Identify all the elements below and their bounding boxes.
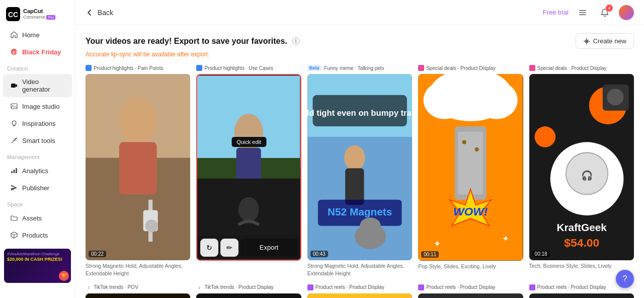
section-creation: Creation bbox=[0, 60, 75, 73]
svg-point-42 bbox=[462, 140, 466, 144]
avatar[interactable] bbox=[619, 5, 634, 20]
section-space: Space bbox=[0, 196, 75, 209]
svg-text:✦: ✦ bbox=[502, 234, 509, 244]
create-new-label: Create new bbox=[593, 37, 626, 45]
video-thumb-7[interactable]: KraftGeek bbox=[196, 293, 301, 298]
menu-icon-button[interactable] bbox=[575, 5, 591, 21]
tag-color-8 bbox=[307, 284, 313, 290]
sidebar-banner[interactable]: #ViraAdsMarathon Challenge $20,000 IN CA… bbox=[4, 249, 71, 283]
thumb-image-3: hold tight even on bumpy trails. N52 Mag… bbox=[307, 74, 412, 260]
svg-rect-61 bbox=[197, 293, 301, 298]
box-icon bbox=[10, 231, 18, 239]
tag-color-5 bbox=[529, 65, 535, 71]
notification-button[interactable]: 4 bbox=[597, 5, 613, 21]
svg-rect-16 bbox=[119, 142, 157, 194]
logo-sub: Commerce Pro bbox=[23, 15, 55, 20]
sidebar-item-video-generator[interactable]: Video generator bbox=[3, 74, 72, 97]
refresh-button[interactable]: ↻ bbox=[200, 239, 218, 257]
video-thumb-1[interactable]: 00:22 bbox=[86, 74, 190, 260]
sparkle-icon bbox=[583, 38, 590, 45]
video-card-10: Product reels · Product Display bbox=[529, 284, 634, 298]
sidebar-item-black-friday-label: Black Friday bbox=[22, 48, 61, 56]
video-thumb-4[interactable]: WOW! ✦ ✦ 00:11 bbox=[418, 74, 523, 261]
video-thumb-5[interactable]: 🎧 KraftGeek $54.00 00:18 bbox=[529, 74, 634, 260]
card-action-bar: ↻ ✏ Export bbox=[197, 236, 300, 260]
sidebar-item-publisher[interactable]: Publisher bbox=[3, 180, 72, 196]
create-new-button[interactable]: Create new bbox=[576, 33, 634, 49]
video-thumb-9[interactable] bbox=[418, 293, 523, 298]
tag-color-9 bbox=[418, 284, 424, 290]
svg-text:CC: CC bbox=[8, 11, 18, 19]
notification-badge: 4 bbox=[606, 5, 613, 12]
sidebar-item-analytics[interactable]: Analytics bbox=[3, 163, 72, 179]
menu-icon bbox=[578, 8, 587, 17]
video-card-1: Product highlights · Pain Points bbox=[86, 65, 190, 277]
sidebar-item-products[interactable]: Products bbox=[3, 227, 72, 243]
page-content: Your videos are ready! Export to save yo… bbox=[75, 25, 644, 298]
svg-rect-5 bbox=[11, 104, 17, 109]
video-grid-row1: Product highlights · Pain Points bbox=[86, 65, 634, 277]
svg-text:🏷: 🏷 bbox=[13, 50, 17, 55]
help-button[interactable]: ? bbox=[616, 270, 634, 288]
tag-color-1 bbox=[86, 65, 92, 71]
svg-point-38 bbox=[424, 82, 465, 119]
video-label-4: Pop Style, Slides, Exciting, Lively bbox=[418, 263, 523, 270]
logo-text: CapCut bbox=[23, 8, 55, 15]
page-title: Your videos are ready! Export to save yo… bbox=[86, 37, 300, 46]
svg-rect-8 bbox=[14, 170, 15, 173]
main-content: Back Free trial 4 bbox=[75, 0, 644, 298]
sidebar-item-assets-label: Assets bbox=[22, 214, 42, 222]
sidebar-item-assets[interactable]: Assets bbox=[3, 210, 72, 226]
sidebar: CC CapCut Commerce Pro Home 🏷 Black Frid… bbox=[0, 0, 75, 298]
svg-text:KraftGeek: KraftGeek bbox=[556, 221, 607, 233]
svg-rect-12 bbox=[579, 14, 586, 15]
svg-rect-9 bbox=[16, 168, 17, 173]
header-actions: Free trial 4 bbox=[543, 5, 634, 21]
video-tag-2: Product highlights · Use Cases bbox=[196, 65, 301, 71]
thumb-image-7: KraftGeek bbox=[196, 293, 301, 298]
svg-rect-11 bbox=[579, 12, 586, 13]
video-tag-8: Product reels · Product Display bbox=[307, 284, 412, 290]
svg-rect-7 bbox=[11, 171, 13, 173]
home-icon bbox=[10, 31, 18, 39]
video-thumb-10[interactable] bbox=[529, 293, 634, 298]
sidebar-item-products-label: Products bbox=[22, 232, 48, 239]
sidebar-item-home[interactable]: Home bbox=[3, 27, 72, 43]
svg-point-55 bbox=[607, 89, 623, 105]
quick-edit-tooltip: Quick edit bbox=[231, 137, 266, 147]
sidebar-item-inspirations-label: Inspirations bbox=[22, 120, 55, 127]
chart-icon bbox=[10, 167, 18, 175]
info-icon[interactable]: ℹ bbox=[292, 37, 300, 45]
section-management: Management bbox=[0, 149, 75, 162]
edit-button[interactable]: ✏ bbox=[220, 239, 238, 257]
export-button[interactable]: Export bbox=[240, 239, 297, 257]
page-subtitle: Accurate lip-sync will be available afte… bbox=[86, 51, 634, 58]
svg-point-15 bbox=[119, 98, 157, 144]
video-thumb-6[interactable]: OKAY, REAL TALK – EVER bbox=[86, 293, 190, 298]
back-button[interactable]: Back bbox=[86, 9, 113, 17]
sidebar-item-smart-tools[interactable]: Smart tools bbox=[3, 132, 72, 148]
sidebar-item-smart-tools-label: Smart tools bbox=[22, 137, 55, 144]
video-card-7: ♪ TikTok trends · Product Display KraftG… bbox=[196, 284, 301, 298]
svg-rect-4 bbox=[11, 84, 16, 88]
svg-text:WOW!: WOW! bbox=[453, 205, 488, 218]
svg-rect-70 bbox=[529, 293, 634, 298]
video-card-4: Special deals · Product Display bbox=[418, 65, 523, 277]
video-card-2: Product highlights · Use Cases bbox=[196, 65, 301, 277]
video-thumb-3[interactable]: hold tight even on bumpy trails. N52 Mag… bbox=[307, 74, 412, 260]
free-trial-button[interactable]: Free trial bbox=[543, 9, 569, 16]
thumb-image-5: 🎧 KraftGeek $54.00 bbox=[529, 74, 634, 260]
folder-icon bbox=[10, 214, 18, 222]
svg-point-35 bbox=[360, 217, 381, 234]
video-label-1: Strong Magnetic Hold, Adjustable Angles,… bbox=[86, 262, 190, 277]
sidebar-item-image-studio[interactable]: Image studio bbox=[3, 98, 72, 114]
thumb-image-6: OKAY, REAL TALK – EVER bbox=[86, 293, 190, 298]
sidebar-item-inspirations[interactable]: Inspirations bbox=[3, 115, 72, 131]
video-thumb-2[interactable]: Quick edit ↻ ✏ Export bbox=[196, 74, 301, 261]
video-card-5: Special deals · Product Display 🎧 bbox=[529, 65, 634, 277]
thumb-image-1 bbox=[86, 74, 190, 260]
logo[interactable]: CC CapCut Commerce Pro bbox=[0, 0, 75, 26]
svg-text:N52 Magnets: N52 Magnets bbox=[328, 206, 392, 217]
video-thumb-8[interactable]: KraftGeek bbox=[307, 293, 412, 298]
sidebar-item-black-friday[interactable]: 🏷 Black Friday bbox=[3, 44, 72, 60]
